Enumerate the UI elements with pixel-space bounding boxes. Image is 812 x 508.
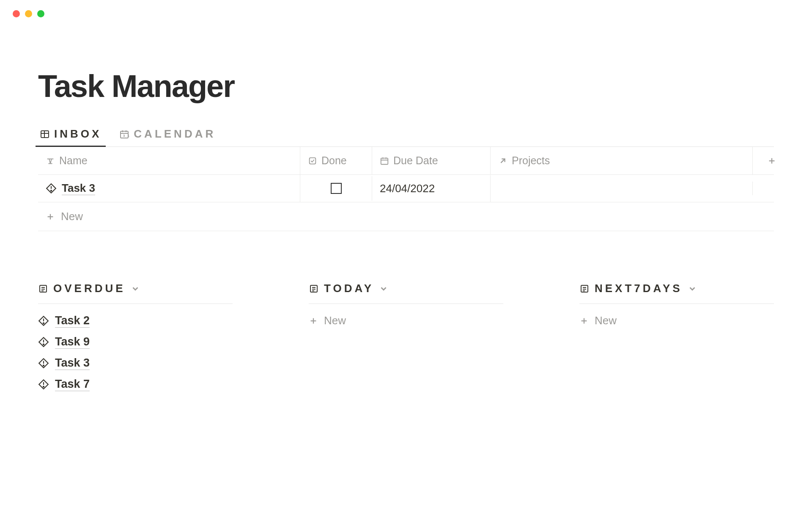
tab-inbox[interactable]: INBOX [38, 127, 103, 146]
svg-point-28 [43, 365, 44, 366]
list-item[interactable]: Task 9 [38, 335, 233, 349]
svg-point-30 [43, 386, 44, 387]
list-icon [38, 284, 48, 294]
list-icon [579, 284, 590, 294]
svg-point-24 [43, 323, 44, 323]
section-overdue-title: OVERDUE [53, 282, 126, 295]
overdue-list: Task 2 Task 9 Task 3 Task 7 [38, 314, 233, 391]
section-next7days-header[interactable]: NEXT7DAYS [579, 282, 774, 304]
done-checkbox[interactable] [331, 183, 342, 194]
cell-done[interactable] [300, 176, 372, 201]
relation-arrow-icon [498, 156, 508, 166]
column-header-due[interactable]: Due Date [372, 147, 491, 174]
task-diamond-icon [38, 358, 49, 369]
svg-rect-8 [310, 157, 316, 164]
list-item[interactable]: Task 7 [38, 378, 233, 391]
column-header-done-label: Done [321, 155, 347, 167]
column-header-done[interactable]: Done [300, 147, 372, 174]
list-item-label: Task 3 [55, 356, 90, 370]
task-diamond-icon [46, 183, 57, 194]
tab-inbox-label: INBOX [54, 127, 102, 141]
add-column-button[interactable] [753, 149, 791, 173]
close-window-button[interactable] [13, 10, 20, 17]
column-header-name-label: Name [59, 155, 88, 167]
cell-projects[interactable] [491, 182, 753, 195]
sections-row: OVERDUE Task 2 Task 9 Task 3 [38, 282, 774, 391]
section-next7days-new-label: New [595, 314, 617, 327]
task-diamond-icon [38, 315, 49, 326]
window-controls [0, 0, 812, 17]
due-date-text: 24/04/2022 [380, 182, 435, 195]
section-next7days-new-button[interactable]: New [579, 314, 774, 327]
section-today-header[interactable]: TODAY [309, 282, 503, 304]
section-today-title: TODAY [324, 282, 374, 295]
list-item-label: Task 9 [55, 335, 90, 349]
section-today: TODAY New [309, 282, 503, 391]
minimize-window-button[interactable] [25, 10, 32, 17]
plus-icon [309, 316, 318, 326]
column-header-due-label: Due Date [393, 155, 438, 167]
section-overdue: OVERDUE Task 2 Task 9 Task 3 [38, 282, 233, 391]
cell-due-date[interactable]: 24/04/2022 [372, 175, 491, 202]
checkbox-icon [308, 156, 317, 166]
view-tabs: INBOX 31 CALENDAR [38, 127, 774, 147]
section-next7days: NEXT7DAYS New [579, 282, 774, 391]
chevron-down-icon [688, 284, 697, 293]
table-header-row: Name Done Due Date Projects [38, 147, 774, 175]
new-row-label: New [61, 210, 83, 223]
column-header-name[interactable]: Name [38, 147, 300, 174]
svg-text:31: 31 [123, 134, 129, 138]
new-row-button[interactable]: New [38, 202, 774, 231]
svg-rect-9 [381, 158, 388, 164]
cell-name[interactable]: Task 3 [38, 175, 300, 202]
table-row[interactable]: Task 3 24/04/2022 [38, 175, 774, 202]
inbox-table: Name Done Due Date Projects [38, 147, 774, 231]
chevron-down-icon [379, 284, 388, 293]
text-icon [46, 156, 55, 166]
tab-calendar-label: CALENDAR [134, 127, 216, 141]
list-item-label: Task 2 [55, 314, 90, 328]
calendar-small-icon [380, 156, 389, 166]
plus-icon [579, 316, 589, 326]
task-diamond-icon [38, 379, 49, 390]
tab-calendar[interactable]: 31 CALENDAR [118, 127, 217, 146]
plus-icon [767, 156, 776, 166]
plus-icon [46, 212, 55, 221]
list-item[interactable]: Task 3 [38, 356, 233, 370]
section-next7days-title: NEXT7DAYS [595, 282, 683, 295]
fullscreen-window-button[interactable] [37, 10, 44, 17]
list-item[interactable]: Task 2 [38, 314, 233, 328]
svg-point-16 [51, 190, 52, 191]
section-overdue-header[interactable]: OVERDUE [38, 282, 233, 304]
list-icon [309, 284, 319, 294]
chevron-down-icon [131, 284, 140, 293]
task-name-text: Task 3 [62, 182, 95, 195]
calendar-icon: 31 [119, 129, 129, 139]
svg-point-26 [43, 344, 44, 345]
column-header-projects-label: Projects [512, 155, 550, 167]
list-item-label: Task 7 [55, 378, 90, 391]
section-today-new-button[interactable]: New [309, 314, 503, 327]
task-diamond-icon [38, 337, 49, 348]
section-today-new-label: New [324, 314, 346, 327]
table-icon [40, 129, 50, 139]
column-header-projects[interactable]: Projects [491, 147, 753, 174]
page-title: Task Manager [38, 68, 774, 104]
